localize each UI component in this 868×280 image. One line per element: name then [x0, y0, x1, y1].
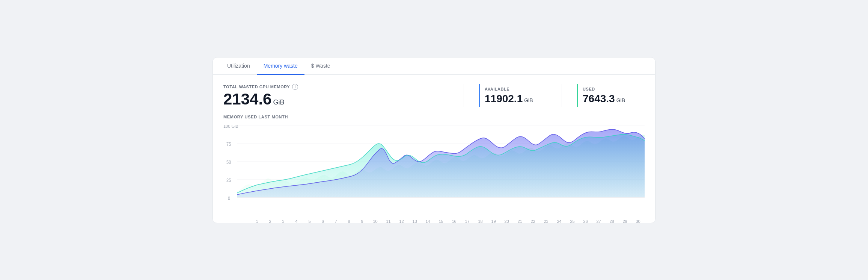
x-label-22: 22 [526, 219, 539, 223]
x-label-15: 15 [434, 219, 448, 223]
svg-text:50: 50 [226, 159, 231, 165]
x-label-1: 1 [250, 219, 264, 223]
used-value: 7643.3GiB [583, 94, 645, 104]
chart-section: MEMORY USED LAST MONTH [213, 115, 655, 223]
x-axis-labels: 1 2 3 4 5 6 7 8 9 10 11 12 13 14 15 16 1… [237, 217, 645, 223]
x-label-27: 27 [592, 219, 605, 223]
x-label-9: 9 [356, 219, 369, 223]
tab-bar: Utilization Memory waste $ Waste [213, 58, 655, 75]
main-card: Utilization Memory waste $ Waste TOTAL W… [212, 57, 656, 223]
stats-row: TOTAL WASTED GPU MEMORY i 2134.6GiB AVAI… [213, 75, 655, 115]
tab-memory-waste[interactable]: Memory waste [257, 58, 304, 75]
x-label-24: 24 [553, 219, 566, 223]
x-label-12: 12 [395, 219, 408, 223]
x-label-30: 30 [631, 219, 645, 223]
x-label-18: 18 [474, 219, 487, 223]
x-label-16: 16 [448, 219, 461, 223]
x-label-2: 2 [264, 219, 277, 223]
x-label-13: 13 [408, 219, 421, 223]
chart-svg: 100 GiB 75 50 25 0 [223, 125, 645, 215]
x-label-14: 14 [421, 219, 434, 223]
info-icon[interactable]: i [292, 84, 298, 90]
total-wasted-value: 2134.6GiB [223, 91, 298, 107]
x-label-28: 28 [605, 219, 618, 223]
svg-text:25: 25 [226, 177, 231, 183]
x-label-10: 10 [369, 219, 382, 223]
tab-dollar-waste[interactable]: $ Waste [304, 58, 337, 75]
x-label-26: 26 [579, 219, 592, 223]
chart-title: MEMORY USED LAST MONTH [223, 115, 645, 119]
tab-utilization[interactable]: Utilization [220, 58, 257, 75]
chart-container: 100 GiB 75 50 25 0 1 [223, 125, 645, 215]
x-label-19: 19 [487, 219, 500, 223]
x-label-21: 21 [513, 219, 526, 223]
svg-text:75: 75 [226, 141, 231, 147]
total-wasted-stat: TOTAL WASTED GPU MEMORY i 2134.6GiB [223, 84, 298, 107]
x-label-17: 17 [461, 219, 474, 223]
stats-divider-2 [562, 84, 562, 107]
x-label-25: 25 [566, 219, 579, 223]
x-label-3: 3 [277, 219, 290, 223]
available-stat: AVAILABLE 11902.1GiB [479, 84, 547, 107]
svg-text:0: 0 [228, 195, 231, 201]
available-value: 11902.1GiB [485, 94, 547, 104]
x-label-23: 23 [539, 219, 553, 223]
stats-divider [464, 84, 464, 107]
total-wasted-label: TOTAL WASTED GPU MEMORY i [223, 84, 298, 90]
x-label-4: 4 [290, 219, 303, 223]
used-stat: USED 7643.3GiB [577, 84, 645, 107]
x-label-20: 20 [500, 219, 513, 223]
x-label-6: 6 [316, 219, 329, 223]
x-label-7: 7 [329, 219, 342, 223]
x-label-29: 29 [618, 219, 631, 223]
used-label: USED [583, 87, 645, 91]
x-label-11: 11 [382, 219, 395, 223]
x-label-8: 8 [342, 219, 356, 223]
svg-text:100 GiB: 100 GiB [223, 125, 238, 129]
available-label: AVAILABLE [485, 87, 547, 91]
x-label-5: 5 [303, 219, 316, 223]
